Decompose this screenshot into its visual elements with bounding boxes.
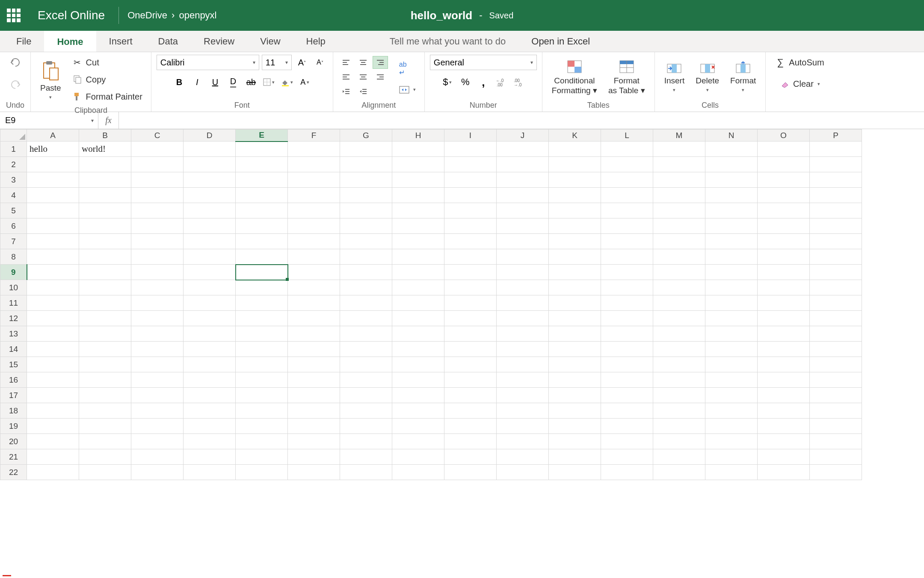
cell-E5[interactable] — [236, 203, 288, 218]
cell-M20[interactable] — [653, 434, 705, 449]
cell-I17[interactable] — [444, 388, 497, 403]
cell-K8[interactable] — [549, 249, 601, 265]
strikethrough-button[interactable]: ab — [243, 74, 259, 90]
cell-I3[interactable] — [444, 172, 497, 188]
cell-I19[interactable] — [444, 419, 497, 434]
cell-G15[interactable] — [340, 357, 392, 372]
cell-G9[interactable] — [340, 265, 392, 280]
decrease-decimal-button[interactable]: .00→.0 — [512, 74, 527, 90]
cell-A11[interactable] — [27, 295, 79, 311]
cell-A5[interactable] — [27, 203, 79, 218]
cell-C19[interactable] — [131, 419, 184, 434]
cell-I20[interactable] — [444, 434, 497, 449]
cell-A13[interactable] — [27, 326, 79, 342]
cell-L12[interactable] — [601, 311, 653, 326]
cell-H5[interactable] — [392, 203, 444, 218]
cell-I13[interactable] — [444, 326, 497, 342]
row-header-16[interactable]: 16 — [0, 372, 27, 388]
cell-B17[interactable] — [79, 388, 131, 403]
cell-E16[interactable] — [236, 372, 288, 388]
cell-B5[interactable] — [79, 203, 131, 218]
column-header-C[interactable]: C — [131, 130, 184, 142]
row-header-15[interactable]: 15 — [0, 357, 27, 372]
tab-data[interactable]: Data — [145, 31, 191, 52]
increase-indent-button[interactable] — [355, 85, 371, 98]
cell-F22[interactable] — [288, 465, 340, 480]
format-painter-button[interactable]: Format Painter — [68, 89, 146, 104]
cell-K21[interactable] — [549, 449, 601, 465]
row-header-14[interactable]: 14 — [0, 342, 27, 357]
cell-M5[interactable] — [653, 203, 705, 218]
cell-A6[interactable] — [27, 218, 79, 234]
cell-C4[interactable] — [131, 188, 184, 203]
cell-M22[interactable] — [653, 465, 705, 480]
cell-G2[interactable] — [340, 157, 392, 172]
cell-K9[interactable] — [549, 265, 601, 280]
cell-L8[interactable] — [601, 249, 653, 265]
cell-B3[interactable] — [79, 172, 131, 188]
cell-A20[interactable] — [27, 434, 79, 449]
cell-C11[interactable] — [131, 295, 184, 311]
cell-J7[interactable] — [497, 234, 549, 249]
cell-C12[interactable] — [131, 311, 184, 326]
cell-G4[interactable] — [340, 188, 392, 203]
cell-E11[interactable] — [236, 295, 288, 311]
row-header-20[interactable]: 20 — [0, 434, 27, 449]
cell-L4[interactable] — [601, 188, 653, 203]
cell-P15[interactable] — [810, 357, 862, 372]
cell-C5[interactable] — [131, 203, 184, 218]
cell-N3[interactable] — [705, 172, 758, 188]
cell-B18[interactable] — [79, 403, 131, 419]
cell-C6[interactable] — [131, 218, 184, 234]
cell-H18[interactable] — [392, 403, 444, 419]
grow-font-button[interactable]: A˄ — [294, 55, 310, 70]
insert-cells-button[interactable]: Insert ▾ — [660, 60, 689, 94]
cell-P19[interactable] — [810, 419, 862, 434]
cell-C10[interactable] — [131, 280, 184, 295]
cell-L18[interactable] — [601, 403, 653, 419]
cell-E17[interactable] — [236, 388, 288, 403]
cell-A21[interactable] — [27, 449, 79, 465]
cell-G1[interactable] — [340, 142, 392, 157]
cell-H16[interactable] — [392, 372, 444, 388]
cell-N13[interactable] — [705, 326, 758, 342]
cell-P4[interactable] — [810, 188, 862, 203]
cell-D2[interactable] — [184, 157, 236, 172]
column-header-K[interactable]: K — [549, 130, 601, 142]
cell-G20[interactable] — [340, 434, 392, 449]
cell-M14[interactable] — [653, 342, 705, 357]
cell-L7[interactable] — [601, 234, 653, 249]
cell-H1[interactable] — [392, 142, 444, 157]
currency-button[interactable]: $ — [440, 74, 455, 90]
cell-A12[interactable] — [27, 311, 79, 326]
tab-review[interactable]: Review — [191, 31, 247, 52]
cell-K11[interactable] — [549, 295, 601, 311]
cell-B11[interactable] — [79, 295, 131, 311]
cell-L15[interactable] — [601, 357, 653, 372]
select-all-corner[interactable] — [0, 130, 27, 142]
cell-F5[interactable] — [288, 203, 340, 218]
cell-I10[interactable] — [444, 280, 497, 295]
cell-O15[interactable] — [758, 357, 810, 372]
cell-N11[interactable] — [705, 295, 758, 311]
cell-P13[interactable] — [810, 326, 862, 342]
cell-P6[interactable] — [810, 218, 862, 234]
cell-M3[interactable] — [653, 172, 705, 188]
row-header-19[interactable]: 19 — [0, 419, 27, 434]
cell-E13[interactable] — [236, 326, 288, 342]
cell-N1[interactable] — [705, 142, 758, 157]
cell-H10[interactable] — [392, 280, 444, 295]
cell-E15[interactable] — [236, 357, 288, 372]
cell-L1[interactable] — [601, 142, 653, 157]
cell-D5[interactable] — [184, 203, 236, 218]
cell-H17[interactable] — [392, 388, 444, 403]
cell-I12[interactable] — [444, 311, 497, 326]
decrease-indent-button[interactable] — [338, 85, 354, 98]
cell-J10[interactable] — [497, 280, 549, 295]
row-header-22[interactable]: 22 — [0, 465, 27, 480]
cell-M13[interactable] — [653, 326, 705, 342]
cell-J3[interactable] — [497, 172, 549, 188]
column-header-F[interactable]: F — [288, 130, 340, 142]
cell-M16[interactable] — [653, 372, 705, 388]
cell-B15[interactable] — [79, 357, 131, 372]
